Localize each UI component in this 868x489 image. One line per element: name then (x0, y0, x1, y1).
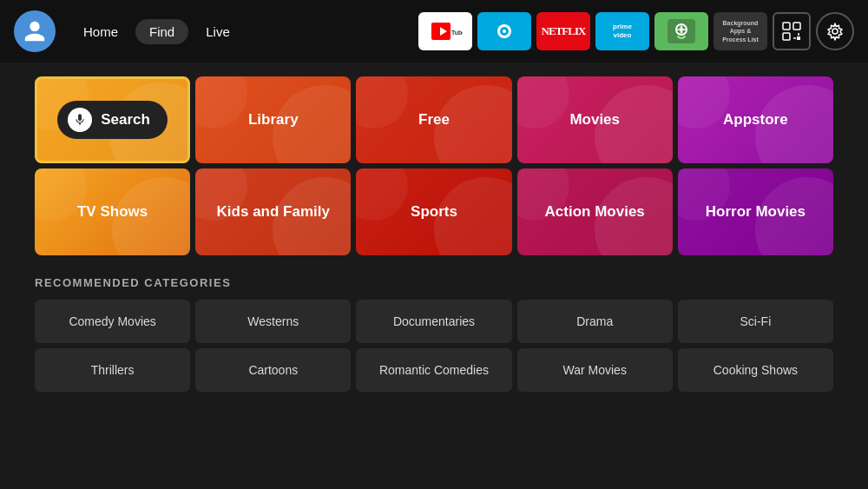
appstore-label: Appstore (714, 111, 797, 129)
mic-icon (68, 108, 92, 132)
category-item[interactable]: Thrillers (35, 348, 190, 392)
category-item[interactable]: Romantic Comedies (356, 348, 511, 392)
tvshows-label: TV Shows (69, 203, 156, 221)
main-nav: Home Find Live (69, 19, 244, 44)
svg-rect-14 (797, 36, 800, 40)
search-label: Search (101, 111, 150, 129)
nav-find[interactable]: Find (135, 19, 188, 44)
category-item[interactable]: Drama (517, 300, 673, 343)
svg-rect-11 (783, 23, 790, 30)
nav-home[interactable]: Home (69, 19, 132, 44)
category-item[interactable]: Westerns (195, 300, 351, 343)
svg-point-17 (832, 29, 838, 34)
library-label: Library (240, 111, 307, 129)
svg-text:Tube: Tube (451, 30, 463, 36)
netflix-app-icon[interactable]: NETFLIX (536, 12, 590, 50)
horror-tile[interactable]: Horror Movies (678, 169, 833, 255)
action-label: Action Movies (536, 203, 654, 221)
sports-tile[interactable]: Sports (356, 169, 511, 255)
free-label: Free (410, 111, 458, 129)
category-item[interactable]: Cooking Shows (678, 348, 833, 392)
app-icons-bar: Tube NETFLIX primevideo BackgroundApps &… (418, 12, 854, 50)
horror-label: Horror Movies (697, 203, 814, 221)
sports-label: Sports (402, 203, 466, 221)
search-tile[interactable]: Search (35, 76, 190, 163)
svg-point-7 (503, 30, 506, 33)
movies-tile[interactable]: Movies (517, 76, 673, 163)
category-item[interactable]: Cartoons (195, 348, 351, 392)
vpn-app-icon[interactable] (654, 12, 708, 50)
free-tile[interactable]: Free (356, 76, 511, 163)
category-item[interactable]: Comedy Movies (35, 300, 190, 343)
youtube-app-icon[interactable]: Tube (418, 12, 472, 50)
recommended-section: RECOMMENDED CATEGORIES Comedy MoviesWest… (35, 276, 833, 392)
background-apps-icon[interactable]: BackgroundApps &Process List (713, 12, 767, 50)
svg-rect-12 (793, 23, 800, 30)
action-tile[interactable]: Action Movies (517, 169, 673, 255)
tiles-grid: Search Library Free Movies Appstore TV S… (35, 76, 833, 255)
primevideo-app-icon[interactable]: primevideo (595, 12, 649, 50)
category-item[interactable]: War Movies (517, 348, 673, 392)
header: Home Find Live Tube NETFLIX primevideo (0, 0, 868, 63)
prime-app-icon[interactable] (477, 12, 531, 50)
kids-tile[interactable]: Kids and Family (195, 169, 351, 255)
category-item[interactable]: Sci-Fi (678, 300, 833, 343)
settings-icon[interactable] (816, 12, 854, 50)
category-item[interactable]: Documentaries (356, 300, 511, 343)
user-avatar[interactable] (14, 10, 56, 52)
main-content: Search Library Free Movies Appstore TV S… (0, 63, 868, 406)
library-tile[interactable]: Library (195, 76, 351, 163)
tvshows-tile[interactable]: TV Shows (35, 169, 190, 255)
movies-label: Movies (561, 111, 628, 129)
categories-grid: Comedy MoviesWesternsDocumentariesDramaS… (35, 300, 833, 392)
appstore-tile[interactable]: Appstore (678, 76, 833, 163)
section-title: RECOMMENDED CATEGORIES (35, 276, 833, 289)
svg-rect-13 (783, 33, 790, 40)
layout-icon[interactable] (773, 12, 811, 50)
kids-label: Kids and Family (208, 203, 339, 221)
nav-live[interactable]: Live (192, 19, 244, 44)
